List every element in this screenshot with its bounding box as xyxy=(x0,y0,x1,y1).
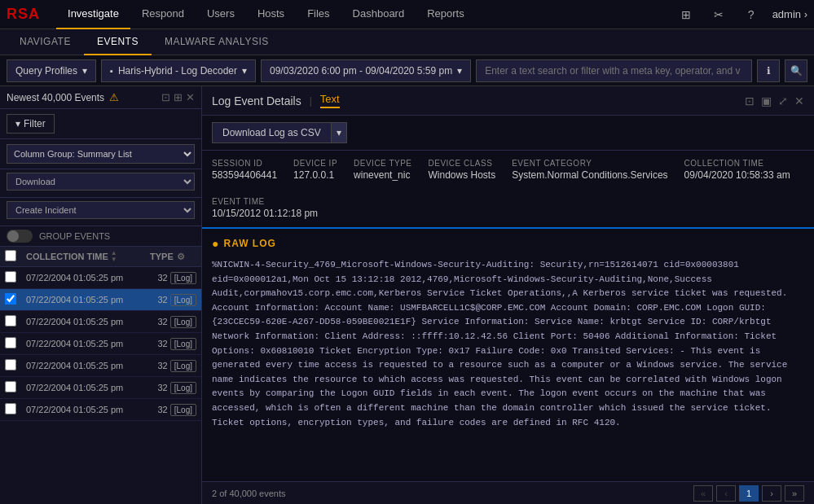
search-input[interactable] xyxy=(476,59,752,82)
table-row[interactable]: 07/22/2004 01:05:25 pm 32 [Log] xyxy=(0,311,201,333)
next-page-button[interactable]: › xyxy=(762,485,781,502)
toggle-knob xyxy=(7,230,19,242)
filter-row: ▾ Filter xyxy=(0,109,201,139)
toolbar: Query Profiles ▾ ▪ Haris-Hybrid - Log De… xyxy=(0,55,814,86)
row-time: 07/22/2004 01:05:25 pm xyxy=(21,377,145,399)
raw-log-title: RAW LOG xyxy=(223,238,275,249)
event-category-value: System.Normal Conditions.Services xyxy=(512,169,667,181)
subnav-navigate[interactable]: NAVIGATE xyxy=(7,29,84,55)
device-ip-value: 127.0.0.1 xyxy=(293,169,337,181)
right-panel-header: Log Event Details | Text ⊡ ▣ ⤢ ✕ xyxy=(202,86,814,116)
table-row[interactable]: 07/22/2004 01:05:25 pm 32 [Log] xyxy=(0,333,201,355)
date-range-button[interactable]: 09/03/2020 6:00 pm - 09/04/2020 5:59 pm … xyxy=(261,59,471,82)
meta-device-type: DEVICE TYPE winevent_nic xyxy=(354,159,411,181)
table-row[interactable]: 07/22/2004 01:05:25 pm 32 [Log] xyxy=(0,355,201,377)
column-group-select[interactable]: Column Group: Summary List xyxy=(7,144,195,164)
left-panel: Newest 40,000 Events ⚠ ⊡ ⊞ ✕ ▾ Filter Co… xyxy=(0,86,202,504)
nav-hosts[interactable]: Hosts xyxy=(246,0,296,29)
col-checkbox-header xyxy=(0,247,21,267)
row-badge: [Log] xyxy=(170,382,196,394)
maximize-icon[interactable]: ⊡ xyxy=(745,94,755,107)
sort-icons[interactable]: ▲▼ xyxy=(111,250,117,263)
filter-button[interactable]: ▾ Filter xyxy=(7,114,55,134)
meta-device-class: DEVICE CLASS Windows Hosts xyxy=(429,159,496,181)
nav-files[interactable]: Files xyxy=(296,0,341,29)
expand-icon[interactable]: ⊡ xyxy=(161,91,170,103)
row-time: 07/22/2004 01:05:25 pm xyxy=(21,333,145,355)
split-icon[interactable]: ▣ xyxy=(761,94,772,107)
log-event-details-title: Log Event Details xyxy=(212,94,301,107)
row-checkbox[interactable] xyxy=(5,315,16,327)
prev-page-button[interactable]: ‹ xyxy=(716,485,736,502)
nav-reports[interactable]: Reports xyxy=(416,0,476,29)
nav-dashboard[interactable]: Dashboard xyxy=(341,0,416,29)
table-row[interactable]: 07/22/2004 01:05:25 pm 32 [Log] xyxy=(0,289,201,311)
group-events-toggle[interactable] xyxy=(7,230,33,243)
row-checkbox[interactable] xyxy=(5,381,16,392)
meta-collection-time: COLLECTION TIME 09/04/2020 10:58:33 am xyxy=(684,159,790,181)
main-layout: Newest 40,000 Events ⚠ ⊡ ⊞ ✕ ▾ Filter Co… xyxy=(0,86,814,504)
row-badge: [Log] xyxy=(170,404,196,416)
tab-text[interactable]: Text xyxy=(320,93,340,108)
filter-label: Filter xyxy=(24,118,46,129)
server-icon: ▪ xyxy=(110,66,113,76)
group-events-label: GROUP EVENTS xyxy=(39,231,110,241)
tools-icon[interactable]: ✂ xyxy=(707,3,730,26)
close-panel-icon[interactable]: ✕ xyxy=(794,94,804,107)
table-row[interactable]: 07/22/2004 01:05:25 pm 32 [Log] xyxy=(0,377,201,399)
table-row[interactable]: 07/22/2004 01:05:25 pm 32 [Log] xyxy=(0,267,201,289)
help-icon[interactable]: ? xyxy=(740,3,763,26)
table-row[interactable]: 07/22/2004 01:05:25 pm 32 [Log] xyxy=(0,399,201,421)
log-decoder-button[interactable]: ▪ Haris-Hybrid - Log Decoder ▾ xyxy=(101,59,256,82)
close-icon[interactable]: ✕ xyxy=(186,91,195,103)
row-checkbox[interactable] xyxy=(5,403,16,414)
subnav-malware[interactable]: MALWARE ANALYSIS xyxy=(152,29,282,55)
nav-respond[interactable]: Respond xyxy=(130,0,196,29)
nav-right-actions: ⊞ ✂ ? admin › xyxy=(675,3,807,26)
nav-investigate[interactable]: Investigate xyxy=(56,0,130,29)
download-row: Download xyxy=(0,169,201,198)
search-execute-icon[interactable]: 🔍 xyxy=(785,59,807,82)
col-time-header: COLLECTION TIME ▲▼ xyxy=(21,247,145,267)
row-checkbox[interactable] xyxy=(5,359,16,370)
current-page-button[interactable]: 1 xyxy=(739,485,759,502)
expand-full-icon[interactable]: ⤢ xyxy=(778,94,788,107)
row-checkbox[interactable] xyxy=(5,293,16,305)
row-checkbox[interactable] xyxy=(5,337,16,348)
first-page-button[interactable]: « xyxy=(693,485,713,502)
event-time-label: EVENT TIME xyxy=(212,197,318,206)
row-checkbox[interactable] xyxy=(5,271,16,283)
meta-details: SESSION ID 583594406441 DEVICE IP 127.0.… xyxy=(202,151,814,229)
session-id-value: 583594406441 xyxy=(212,169,277,181)
nav-users[interactable]: Users xyxy=(196,0,246,29)
collection-time-value: 09/04/2020 10:58:33 am xyxy=(684,169,790,181)
col-settings-icon[interactable]: ⚙ xyxy=(177,252,185,262)
download-caret-button[interactable]: ▾ xyxy=(332,122,347,143)
subnav-events[interactable]: EVENTS xyxy=(84,29,152,55)
last-page-button[interactable]: » xyxy=(785,485,804,502)
download-csv-button[interactable]: Download Log as CSV xyxy=(212,122,332,143)
warning-icon: ⚠ xyxy=(109,91,119,103)
info-icon[interactable]: ℹ xyxy=(757,59,780,82)
row-time: 07/22/2004 01:05:25 pm xyxy=(21,399,145,421)
row-badge: [Log] xyxy=(170,360,196,372)
external-icon[interactable]: ⊞ xyxy=(174,91,183,103)
device-type-value: winevent_nic xyxy=(354,169,411,181)
admin-menu[interactable]: admin › xyxy=(772,8,807,20)
grid-icon[interactable]: ⊞ xyxy=(675,3,697,26)
row-type: 32 [Log] xyxy=(145,311,201,333)
device-class-label: DEVICE CLASS xyxy=(429,159,496,168)
query-profiles-label: Query Profiles xyxy=(15,65,77,77)
download-select[interactable]: Download xyxy=(7,173,195,191)
row-type: 32 [Log] xyxy=(145,267,201,289)
create-incident-select[interactable]: Create Incident xyxy=(7,201,195,219)
device-type-label: DEVICE TYPE xyxy=(354,159,411,168)
select-all-checkbox[interactable] xyxy=(5,250,16,261)
panel-title: Newest 40,000 Events xyxy=(7,92,104,103)
panel-icon-group: ⊡ ⊞ ✕ xyxy=(161,91,195,103)
meta-device-ip: DEVICE IP 127.0.0.1 xyxy=(293,159,337,181)
events-table-container: COLLECTION TIME ▲▼ TYPE ⚙ xyxy=(0,247,201,504)
chevron-down-icon2: ▾ xyxy=(242,65,247,77)
sub-navigation: NAVIGATE EVENTS MALWARE ANALYSIS xyxy=(0,29,814,55)
query-profiles-button[interactable]: Query Profiles ▾ xyxy=(7,59,96,82)
